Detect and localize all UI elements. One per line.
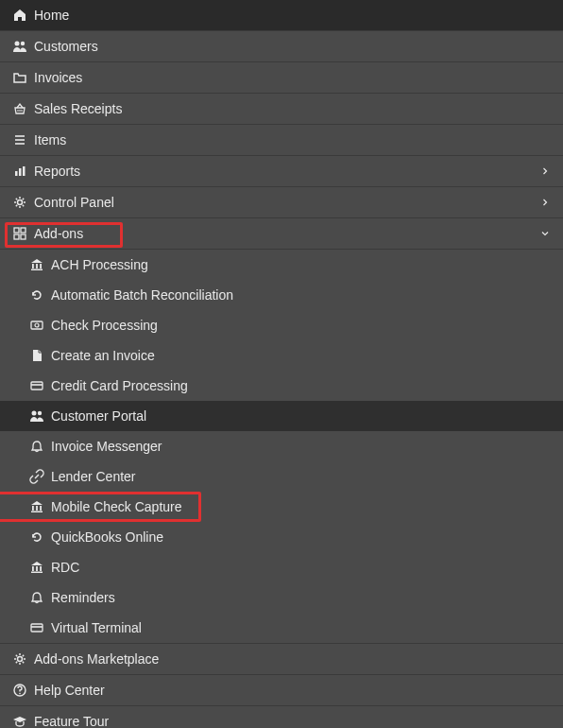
folder-icon (11, 70, 28, 85)
subnav-item-quickbooks-online[interactable]: QuickBooks Online (0, 522, 563, 552)
nav-label: Items (34, 132, 552, 147)
users-icon (28, 408, 45, 424)
grad-icon (11, 714, 28, 728)
nav-label: Help Center (34, 683, 552, 698)
gears-icon (11, 195, 28, 210)
subnav-item-check-processing[interactable]: Check Processing (0, 310, 563, 340)
refresh-icon (28, 287, 45, 303)
nav-label: Home (34, 8, 552, 23)
nav-item-invoices[interactable]: Invoices (0, 62, 563, 94)
nav-item-items[interactable]: Items (0, 125, 563, 156)
subnav-label: Check Processing (51, 318, 552, 333)
nav-item-home[interactable]: Home (0, 0, 563, 31)
nav-item-customers[interactable]: Customers (0, 31, 563, 62)
subnav-item-invoice-messenger[interactable]: Invoice Messenger (0, 431, 563, 461)
chart-icon (11, 164, 28, 179)
basket-icon (11, 101, 28, 116)
help-icon (11, 683, 28, 698)
bell-icon (28, 590, 45, 605)
subnav-item-automatic-batch-reconciliation[interactable]: Automatic Batch Reconciliation (0, 280, 563, 310)
subnav-label: Virtual Terminal (51, 620, 552, 635)
nav-item-sales-receipts[interactable]: Sales Receipts (0, 94, 563, 125)
subnav-label: Automatic Batch Reconciliation (51, 287, 552, 303)
gears-icon (11, 651, 28, 667)
sidebar-menu: HomeCustomersInvoicesSales ReceiptsItems… (0, 0, 563, 728)
card-icon (28, 378, 45, 393)
subnav-item-lender-center[interactable]: Lender Center (0, 461, 563, 492)
link-icon (28, 469, 45, 484)
money-icon (28, 318, 45, 333)
bank-icon (28, 257, 45, 272)
nav-item-add-ons-marketplace[interactable]: Add-ons Marketplace (0, 644, 563, 675)
subnav-item-customer-portal[interactable]: Customer Portal (0, 401, 563, 431)
subnav-item-mobile-check-capture[interactable]: Mobile Check Capture (0, 492, 563, 522)
subnav-item-reminders[interactable]: Reminders (0, 582, 563, 613)
users-icon (11, 39, 28, 54)
file-icon (28, 348, 45, 363)
subnav-item-credit-card-processing[interactable]: Credit Card Processing (0, 371, 563, 401)
nav-label: Reports (34, 164, 538, 179)
subnav-item-rdc[interactable]: RDC (0, 552, 563, 582)
nav-item-reports[interactable]: Reports (0, 156, 563, 187)
nav-item-feature-tour[interactable]: Feature Tour (0, 706, 563, 728)
subnav-item-ach-processing[interactable]: ACH Processing (0, 250, 563, 280)
subnav-label: ACH Processing (51, 257, 552, 272)
addon-icon (11, 226, 28, 241)
subnav-label: Invoice Messenger (51, 439, 552, 454)
nav-label: Add-ons Marketplace (34, 651, 552, 667)
refresh-icon (28, 529, 45, 545)
chevron-right-icon (538, 197, 552, 208)
nav-label: Invoices (34, 70, 552, 85)
chevron-right-icon (538, 165, 552, 177)
subnav-label: Lender Center (51, 469, 552, 484)
nav-label: Customers (34, 39, 552, 54)
subnav-label: Mobile Check Capture (51, 499, 552, 514)
subnav-label: Reminders (51, 590, 552, 605)
list-icon (11, 132, 28, 147)
subnav-item-virtual-terminal[interactable]: Virtual Terminal (0, 613, 563, 643)
nav-label: Control Panel (34, 195, 538, 210)
nav-label: Feature Tour (34, 714, 552, 728)
nav-label: Sales Receipts (34, 101, 552, 116)
nav-item-control-panel[interactable]: Control Panel (0, 187, 563, 218)
submenu-add-ons: ACH ProcessingAutomatic Batch Reconcilia… (0, 250, 563, 644)
subnav-label: Create an Invoice (51, 348, 552, 363)
chevron-down-icon (538, 228, 552, 239)
bank-icon (28, 499, 45, 514)
subnav-label: QuickBooks Online (51, 529, 552, 545)
bank-icon (28, 560, 45, 575)
card-icon (28, 620, 45, 635)
subnav-label: RDC (51, 560, 552, 575)
subnav-label: Credit Card Processing (51, 378, 552, 393)
nav-label: Add-ons (34, 226, 538, 241)
nav-item-add-ons[interactable]: Add-ons (0, 218, 563, 250)
nav-item-help-center[interactable]: Help Center (0, 675, 563, 706)
subnav-item-create-an-invoice[interactable]: Create an Invoice (0, 340, 563, 371)
home-icon (11, 8, 28, 23)
subnav-label: Customer Portal (51, 408, 552, 424)
bell-icon (28, 439, 45, 454)
